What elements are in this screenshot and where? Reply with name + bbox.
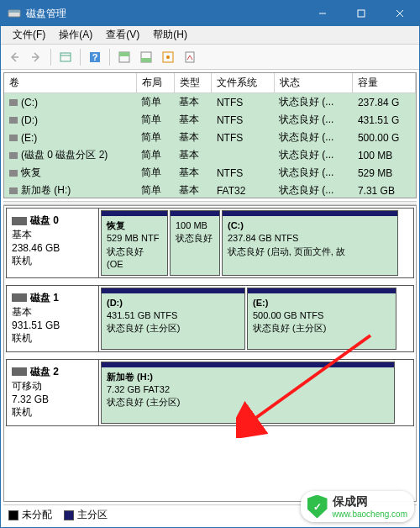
- column-header[interactable]: 类型: [174, 73, 212, 93]
- volume-cell: 237.84 G: [353, 93, 416, 112]
- column-header[interactable]: 容量: [353, 73, 416, 93]
- volume-icon: [9, 187, 18, 194]
- back-button[interactable]: [4, 47, 24, 67]
- volume-row[interactable]: (磁盘 0 磁盘分区 2)简单基本状态良好 (...100 MB: [4, 146, 416, 164]
- volume-icon: [9, 99, 18, 106]
- column-header[interactable]: 布局: [136, 73, 174, 93]
- volume-row[interactable]: 恢复简单基本NTFS状态良好 (...529 MB: [4, 164, 416, 182]
- volume-cell: 100 MB: [353, 146, 416, 164]
- content-area: 卷布局类型文件系统状态容量 (C:)简单基本NTFS状态良好 (...237.8…: [1, 70, 419, 527]
- disk-row: 磁盘 1基本931.51 GB联机(D:)431.51 GB NTFS状态良好 …: [6, 285, 414, 352]
- menu-view[interactable]: 查看(V): [99, 26, 146, 44]
- volume-icon: [9, 135, 18, 141]
- maximize-button[interactable]: [342, 1, 381, 26]
- svg-rect-18: [186, 52, 194, 62]
- volume-row[interactable]: (E:)简单基本NTFS状态良好 (...500.00 G: [4, 129, 416, 146]
- volume-cell: 7.31 GB: [353, 182, 416, 198]
- forward-button[interactable]: [26, 47, 46, 67]
- disk-partitions: 恢复529 MB NTF状态良好 (OE100 MB状态良好(C:)237.84…: [99, 209, 413, 277]
- disk-label[interactable]: 磁盘 0基本238.46 GB联机: [7, 209, 99, 277]
- volume-cell: 基本: [174, 182, 212, 198]
- volume-cell: 状态良好 (...: [274, 182, 353, 198]
- volume-cell: 状态良好 (...: [274, 164, 353, 182]
- volume-cell: NTFS: [212, 129, 274, 146]
- volume-cell: 简单: [136, 93, 174, 112]
- column-header[interactable]: 卷: [4, 73, 136, 93]
- partition-block[interactable]: 新加卷 (H:)7.32 GB FAT32状态良好 (主分区): [101, 362, 395, 424]
- properties-button[interactable]: [180, 47, 200, 67]
- volume-cell: NTFS: [212, 164, 274, 182]
- volume-cell: 状态良好 (...: [274, 129, 353, 146]
- volume-cell: 500.00 G: [353, 129, 416, 146]
- disk-icon: [12, 293, 27, 302]
- volume-icon: [9, 117, 18, 124]
- partition-block[interactable]: (E:)500.00 GB NTFS状态良好 (主分区): [247, 288, 396, 350]
- svg-rect-13: [119, 52, 129, 56]
- volume-cell: 简单: [136, 129, 174, 146]
- legend-primary-label: 主分区: [77, 508, 108, 522]
- volume-cell: 状态良好 (...: [274, 93, 353, 112]
- disk-label[interactable]: 磁盘 2可移动7.32 GB联机: [7, 360, 99, 425]
- settings-button[interactable]: [158, 47, 178, 67]
- disk-partitions: 新加卷 (H:)7.32 GB FAT32状态良好 (主分区): [99, 360, 413, 425]
- svg-rect-15: [141, 58, 151, 62]
- volume-cell: 基本: [174, 111, 212, 129]
- menu-file[interactable]: 文件(F): [6, 26, 52, 44]
- volume-cell: 简单: [136, 182, 174, 198]
- layout-top-button[interactable]: [114, 47, 134, 67]
- volume-cell: 529 MB: [353, 164, 416, 182]
- svg-rect-8: [60, 53, 71, 61]
- volume-cell: NTFS: [212, 111, 274, 129]
- volume-cell: 新加卷 (H:): [4, 182, 136, 198]
- disk-icon: [12, 217, 27, 225]
- volume-cell: (D:): [4, 111, 136, 129]
- partition-block[interactable]: (C:)237.84 GB NTFS状态良好 (启动, 页面文件, 故: [222, 210, 398, 276]
- volume-table: 卷布局类型文件系统状态容量 (C:)简单基本NTFS状态良好 (...237.8…: [4, 73, 416, 198]
- volume-cell: 基本: [174, 164, 212, 182]
- volume-row[interactable]: 新加卷 (H:)简单基本FAT32状态良好 (...7.31 GB: [4, 182, 416, 198]
- legend-unallocated: 未分配: [8, 508, 52, 522]
- menu-help[interactable]: 帮助(H): [146, 26, 194, 44]
- menu-action[interactable]: 操作(A): [52, 26, 99, 44]
- titlebar: 磁盘管理: [1, 1, 419, 26]
- badge-name: 保成网: [333, 494, 408, 510]
- swatch-unallocated-icon: [8, 510, 18, 520]
- volume-row[interactable]: (C:)简单基本NTFS状态良好 (...237.84 G: [4, 93, 416, 112]
- window-buttons: [303, 1, 419, 26]
- partition-block[interactable]: 100 MB状态良好: [170, 210, 220, 276]
- menubar: 文件(F) 操作(A) 查看(V) 帮助(H): [1, 26, 419, 45]
- view-button[interactable]: [55, 47, 76, 67]
- disk-graphical-pane[interactable]: 磁盘 0基本238.46 GB联机恢复529 MB NTF状态良好 (OE100…: [3, 205, 417, 502]
- disk-label[interactable]: 磁盘 1基本931.51 GB联机: [7, 286, 99, 351]
- svg-text:?: ?: [92, 52, 98, 62]
- disk-partitions: (D:)431.51 GB NTFS状态良好 (主分区)(E:)500.00 G…: [99, 286, 413, 351]
- volume-row[interactable]: (D:)简单基本NTFS状态良好 (...431.51 G: [4, 111, 416, 129]
- column-header[interactable]: 状态: [274, 73, 353, 93]
- minimize-button[interactable]: [303, 1, 342, 26]
- svg-rect-3: [358, 10, 365, 17]
- disk-management-window: 磁盘管理 文件(F) 操作(A) 查看(V) 帮助(H) ? 卷布局类型文件系统…: [0, 0, 420, 528]
- app-icon: [8, 7, 21, 20]
- volume-cell: 状态良好 (...: [274, 111, 353, 129]
- help-button[interactable]: ?: [85, 47, 105, 67]
- partition-block[interactable]: (D:)431.51 GB NTFS状态良好 (主分区): [101, 288, 245, 350]
- disk-row: 磁盘 2可移动7.32 GB联机新加卷 (H:)7.32 GB FAT32状态良…: [6, 359, 414, 426]
- shield-icon: ✓: [307, 495, 328, 519]
- volume-cell: (磁盘 0 磁盘分区 2): [4, 146, 136, 164]
- volume-list-pane[interactable]: 卷布局类型文件系统状态容量 (C:)简单基本NTFS状态良好 (...237.8…: [3, 72, 417, 198]
- volume-cell: 简单: [136, 111, 174, 129]
- volume-cell: FAT32: [212, 182, 274, 198]
- volume-cell: NTFS: [212, 93, 274, 112]
- volume-cell: 恢复: [4, 164, 136, 182]
- volume-cell: 431.51 G: [353, 111, 416, 129]
- volume-cell: 简单: [136, 164, 174, 182]
- close-button[interactable]: [381, 1, 419, 26]
- column-header[interactable]: 文件系统: [212, 73, 274, 93]
- watermark-badge: ✓ 保成网 www.baocheng.com: [301, 491, 415, 522]
- disk-row: 磁盘 0基本238.46 GB联机恢复529 MB NTF状态良好 (OE100…: [6, 208, 414, 278]
- layout-bottom-button[interactable]: [136, 47, 156, 67]
- partition-block[interactable]: 恢复529 MB NTF状态良好 (OE: [101, 210, 168, 276]
- volume-cell: 基本: [174, 93, 212, 112]
- volume-cell: (E:): [4, 129, 136, 146]
- volume-icon: [9, 170, 18, 177]
